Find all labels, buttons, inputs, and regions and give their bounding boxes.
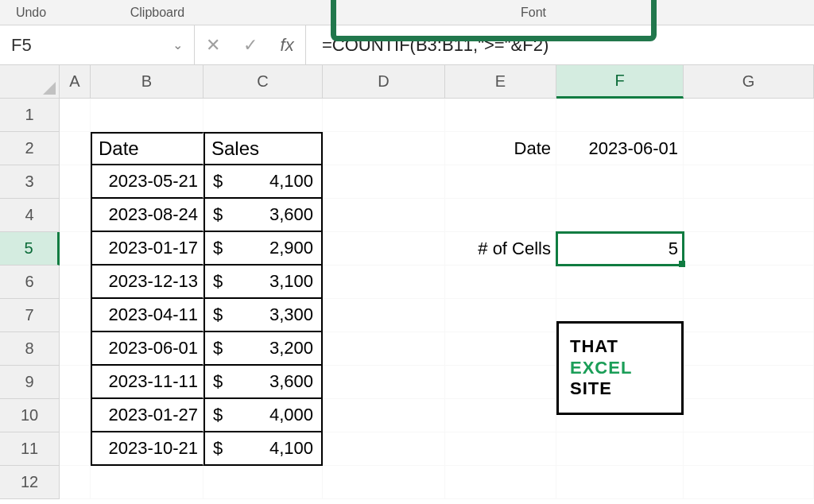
confirm-icon[interactable]: ✓ bbox=[243, 35, 258, 56]
cell-d5[interactable] bbox=[323, 232, 445, 266]
row-header-3[interactable]: 3 bbox=[0, 165, 60, 199]
cell-c6[interactable]: $3,100 bbox=[204, 266, 323, 299]
cell-c11[interactable]: $4,100 bbox=[204, 432, 323, 466]
cell-e2[interactable]: Date bbox=[445, 132, 556, 165]
cell-a9[interactable] bbox=[60, 366, 91, 399]
cell-c10[interactable]: $4,000 bbox=[204, 399, 323, 432]
cell-g12[interactable] bbox=[684, 466, 814, 499]
cell-c5[interactable]: $2,900 bbox=[204, 232, 323, 266]
name-box[interactable]: F5 ⌄ bbox=[0, 25, 195, 64]
cell-f4[interactable] bbox=[556, 199, 684, 232]
col-header-g[interactable]: G bbox=[684, 65, 814, 99]
cell-c9[interactable]: $3,600 bbox=[204, 366, 323, 399]
cell-d6[interactable] bbox=[323, 266, 445, 299]
col-header-d[interactable]: D bbox=[323, 65, 445, 99]
row-header-8[interactable]: 8 bbox=[0, 332, 60, 366]
cell-a12[interactable] bbox=[60, 466, 91, 499]
cell-c8[interactable]: $3,200 bbox=[204, 332, 323, 366]
cell-c1[interactable] bbox=[204, 99, 323, 132]
cell-f6[interactable] bbox=[556, 266, 684, 299]
cell-f12[interactable] bbox=[556, 466, 684, 499]
cell-e7[interactable] bbox=[445, 299, 556, 332]
cell-d4[interactable] bbox=[323, 199, 445, 232]
cell-f1[interactable] bbox=[556, 99, 684, 132]
cell-b5[interactable]: 2023-01-17 bbox=[91, 232, 204, 266]
cell-b9[interactable]: 2023-11-11 bbox=[91, 366, 204, 399]
cell-e1[interactable] bbox=[445, 99, 556, 132]
chevron-down-icon[interactable]: ⌄ bbox=[172, 37, 183, 52]
cell-e10[interactable] bbox=[445, 399, 556, 432]
row-header-4[interactable]: 4 bbox=[0, 199, 60, 232]
cell-b11[interactable]: 2023-10-21 bbox=[91, 432, 204, 466]
cell-g1[interactable] bbox=[684, 99, 814, 132]
row-header-7[interactable]: 7 bbox=[0, 299, 60, 332]
spreadsheet-grid[interactable]: A B C D E F G 1 2 Date Sales Date 2023-0… bbox=[0, 65, 814, 499]
cell-b3[interactable]: 2023-05-21 bbox=[91, 165, 204, 199]
cell-e6[interactable] bbox=[445, 266, 556, 299]
cell-e4[interactable] bbox=[445, 199, 556, 232]
cell-e11[interactable] bbox=[445, 432, 556, 466]
cell-a6[interactable] bbox=[60, 266, 91, 299]
cell-c12[interactable] bbox=[204, 466, 323, 499]
col-header-f[interactable]: F bbox=[556, 65, 684, 99]
cell-d2[interactable] bbox=[323, 132, 445, 165]
cell-b8[interactable]: 2023-06-01 bbox=[91, 332, 204, 366]
cell-a1[interactable] bbox=[60, 99, 91, 132]
cell-g11[interactable] bbox=[684, 432, 814, 466]
formula-bar[interactable]: =COUNTIF(B3:B11,">="&F2) bbox=[306, 25, 814, 64]
cell-d11[interactable] bbox=[323, 432, 445, 466]
cell-b12[interactable] bbox=[91, 466, 204, 499]
cell-g8[interactable] bbox=[684, 332, 814, 366]
cell-a7[interactable] bbox=[60, 299, 91, 332]
cell-a3[interactable] bbox=[60, 165, 91, 199]
cell-g7[interactable] bbox=[684, 299, 814, 332]
cancel-icon[interactable]: ✕ bbox=[206, 35, 220, 56]
cell-f5[interactable]: 5 bbox=[556, 232, 684, 266]
cell-g2[interactable] bbox=[684, 132, 814, 165]
cell-g10[interactable] bbox=[684, 399, 814, 432]
col-header-c[interactable]: C bbox=[204, 65, 323, 99]
row-header-2[interactable]: 2 bbox=[0, 132, 60, 165]
cell-a4[interactable] bbox=[60, 199, 91, 232]
cell-c4[interactable]: $3,600 bbox=[204, 199, 323, 232]
col-header-b[interactable]: B bbox=[91, 65, 204, 99]
cell-g5[interactable] bbox=[684, 232, 814, 266]
cell-d7[interactable] bbox=[323, 299, 445, 332]
cell-b7[interactable]: 2023-04-11 bbox=[91, 299, 204, 332]
cell-c7[interactable]: $3,300 bbox=[204, 299, 323, 332]
cell-f11[interactable] bbox=[556, 432, 684, 466]
row-header-1[interactable]: 1 bbox=[0, 99, 60, 132]
row-header-10[interactable]: 10 bbox=[0, 399, 60, 432]
cell-c2[interactable]: Sales bbox=[204, 132, 323, 165]
cell-a10[interactable] bbox=[60, 399, 91, 432]
cell-b1[interactable] bbox=[91, 99, 204, 132]
row-header-11[interactable]: 11 bbox=[0, 432, 60, 466]
cell-e5[interactable]: # of Cells bbox=[445, 232, 556, 266]
cell-d12[interactable] bbox=[323, 466, 445, 499]
row-header-9[interactable]: 9 bbox=[0, 366, 60, 399]
cell-f2[interactable]: 2023-06-01 bbox=[556, 132, 684, 165]
cell-d3[interactable] bbox=[323, 165, 445, 199]
cell-g3[interactable] bbox=[684, 165, 814, 199]
cell-a5[interactable] bbox=[60, 232, 91, 266]
cell-d8[interactable] bbox=[323, 332, 445, 366]
cell-d9[interactable] bbox=[323, 366, 445, 399]
cell-g9[interactable] bbox=[684, 366, 814, 399]
cell-g4[interactable] bbox=[684, 199, 814, 232]
col-header-a[interactable]: A bbox=[60, 65, 91, 99]
cell-e9[interactable] bbox=[445, 366, 556, 399]
row-header-6[interactable]: 6 bbox=[0, 266, 60, 299]
cell-e12[interactable] bbox=[445, 466, 556, 499]
cell-d1[interactable] bbox=[323, 99, 445, 132]
cell-d10[interactable] bbox=[323, 399, 445, 432]
select-all-corner[interactable] bbox=[0, 65, 60, 99]
cell-a11[interactable] bbox=[60, 432, 91, 466]
cell-e8[interactable] bbox=[445, 332, 556, 366]
cell-a2[interactable] bbox=[60, 132, 91, 165]
cell-b2[interactable]: Date bbox=[91, 132, 204, 165]
row-header-5[interactable]: 5 bbox=[0, 232, 60, 266]
cell-a8[interactable] bbox=[60, 332, 91, 366]
col-header-e[interactable]: E bbox=[445, 65, 556, 99]
cell-b6[interactable]: 2023-12-13 bbox=[91, 266, 204, 299]
cell-c3[interactable]: $4,100 bbox=[204, 165, 323, 199]
